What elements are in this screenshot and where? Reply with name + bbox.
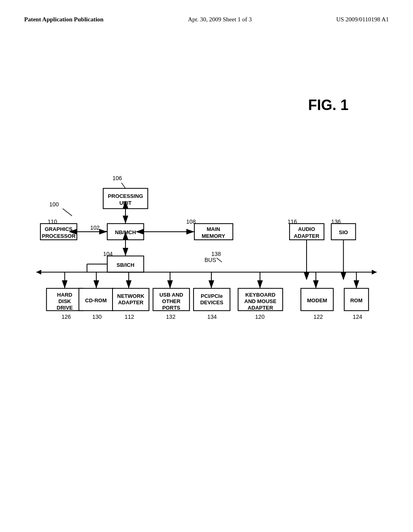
sio-label: SIO bbox=[339, 229, 348, 235]
bus-left-arrow bbox=[36, 270, 41, 274]
bus-right-arrow bbox=[372, 270, 377, 274]
ref-130: 130 bbox=[92, 314, 102, 320]
main-memory-label2: MEMORY bbox=[202, 233, 225, 239]
kb-label2: AND MOUSE bbox=[244, 298, 277, 304]
pci-label2: DEVICES bbox=[200, 299, 223, 305]
graphics-processor-label2: PROCESSOR bbox=[42, 233, 76, 239]
processing-unit-label: PROCESSING bbox=[108, 193, 143, 199]
figure-label: FIG. 1 bbox=[308, 97, 348, 114]
kb-label3: ADAPTER bbox=[248, 305, 273, 311]
ref-138: 138 bbox=[211, 251, 221, 257]
ref-132: 132 bbox=[166, 314, 176, 320]
ref-120: 120 bbox=[255, 314, 265, 320]
cdrom-label: CD-ROM bbox=[85, 297, 107, 303]
ref-134: 134 bbox=[207, 314, 217, 320]
modem-label: MODEM bbox=[307, 297, 327, 303]
svg-line-11 bbox=[217, 258, 222, 262]
ref-112: 112 bbox=[125, 314, 134, 320]
pci-label1: PCI/PCIe bbox=[201, 293, 223, 299]
audio-adapter-label: AUDIO bbox=[298, 226, 315, 232]
usb-label1: USB AND bbox=[159, 292, 183, 298]
header-publication-label: Patent Application Publication bbox=[24, 16, 104, 23]
usb-label2: OTHER bbox=[162, 298, 181, 304]
ref-100: 100 bbox=[49, 201, 59, 208]
hdd-label1: HARD bbox=[57, 292, 73, 298]
rom-label: ROM bbox=[350, 297, 362, 303]
ref-122: 122 bbox=[313, 314, 323, 320]
sbich-label: SB/ICH bbox=[117, 262, 134, 268]
ref-102: 102 bbox=[90, 224, 100, 231]
usb-label3: PORTS bbox=[162, 305, 180, 311]
processing-unit-label2: UNIT bbox=[119, 200, 131, 206]
bus-label: BUS bbox=[204, 257, 216, 263]
main-memory-label: MAIN bbox=[206, 226, 220, 232]
network-adapter-label1: NETWORK bbox=[117, 293, 144, 299]
ref-124: 124 bbox=[353, 314, 363, 320]
hdd-label3: DRIVE bbox=[57, 305, 73, 311]
diagram-area: 100 106 PROCESSING UNIT 102 NB/MCH 108 M… bbox=[24, 73, 389, 411]
header-date-sheet: Apr. 30, 2009 Sheet 1 of 3 bbox=[188, 16, 252, 23]
network-adapter-label2: ADAPTER bbox=[118, 299, 144, 305]
hdd-label2: DISK bbox=[58, 298, 71, 304]
graphics-processor-label: GRAPHICS bbox=[45, 226, 73, 232]
patent-diagram: 100 106 PROCESSING UNIT 102 NB/MCH 108 M… bbox=[24, 73, 389, 411]
svg-line-3 bbox=[63, 209, 72, 216]
ref-126: 126 bbox=[61, 314, 71, 320]
nbmch-label: NB/MCH bbox=[115, 229, 136, 235]
page-header: Patent Application Publication Apr. 30, … bbox=[0, 0, 413, 23]
header-patent-number: US 2009/0110198 A1 bbox=[336, 16, 389, 23]
ref-106: 106 bbox=[113, 175, 122, 181]
svg-line-4 bbox=[121, 183, 125, 188]
kb-label1: KEYBOARD bbox=[245, 292, 275, 298]
audio-adapter-label2: ADAPTER bbox=[294, 233, 320, 239]
